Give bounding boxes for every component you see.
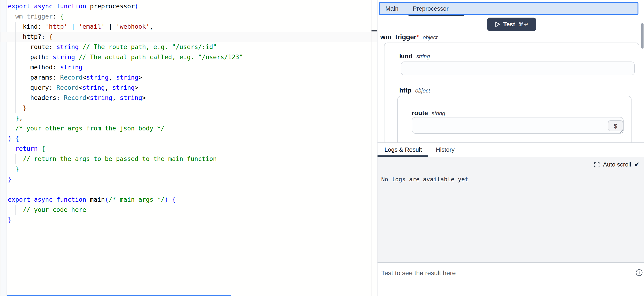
route-field-header: route string (412, 109, 445, 116)
code-line[interactable]: kind: 'http' | 'email' | 'webhook', (8, 22, 243, 32)
code-line[interactable]: // your code here (8, 205, 243, 215)
dollar-label: $ (614, 122, 617, 129)
code-line[interactable]: return { (8, 144, 243, 154)
code-line[interactable]: } (8, 103, 243, 113)
tab-main[interactable]: Main (386, 5, 398, 12)
field-type-route: string (432, 110, 445, 116)
editor-gutter (1, 0, 7, 296)
code-line[interactable]: route: string // The route path, e.g. "/… (8, 42, 243, 52)
code-line[interactable]: query: Record<string, string> (8, 83, 243, 93)
http-object-panel: route string $ path string (398, 96, 632, 142)
code-line[interactable] (8, 184, 243, 195)
active-tab-underline (408, 14, 464, 16)
code-line[interactable]: headers: Record<string, string> (8, 93, 243, 103)
wm-trigger-field-header: wm_trigger* object (380, 33, 438, 41)
field-type-http: object (415, 88, 430, 94)
field-type-kind: string (416, 53, 430, 60)
auto-scroll-control[interactable]: Auto scroll ✔ (594, 161, 639, 168)
route-input[interactable]: $ (412, 117, 624, 134)
test-button[interactable]: Test ⌘↵ (487, 18, 536, 31)
wm-trigger-object-panel: kind string http object route string $ (384, 42, 639, 142)
code-line[interactable]: } (8, 174, 243, 184)
play-icon (495, 21, 500, 27)
code-lines[interactable]: export async function preprocessor( wm_t… (8, 2, 243, 225)
code-line[interactable]: export async function main(/* main args … (8, 195, 243, 205)
field-name-kind: kind (399, 52, 413, 60)
info-icon[interactable] (636, 269, 642, 276)
tab-history[interactable]: History (436, 146, 454, 153)
tab-preprocessor[interactable]: Preprocessor (413, 5, 448, 12)
code-editor-pane[interactable]: export async function preprocessor( wm_t… (0, 0, 378, 296)
http-field-header: http object (399, 86, 430, 94)
code-line[interactable]: } (8, 215, 243, 225)
overview-ruler-cursor-mark (372, 30, 377, 32)
required-asterisk: * (416, 33, 419, 41)
auto-scroll-label: Auto scroll (603, 161, 631, 168)
function-tabbar: Main Preprocessor (379, 2, 638, 15)
code-line[interactable]: path: string // The actual path called, … (8, 52, 243, 62)
resize-grip-icon[interactable] (619, 130, 623, 134)
test-button-shortcut: ⌘↵ (518, 21, 528, 28)
code-line[interactable]: // return the args to be passed to the m… (8, 154, 243, 164)
code-line[interactable]: } (8, 164, 243, 174)
auto-scroll-checkmark[interactable]: ✔ (634, 161, 639, 168)
code-line[interactable]: }, (8, 113, 243, 124)
tab-logs-result[interactable]: Logs & Result (384, 146, 422, 153)
logs-result-section: Logs & Result History Auto scroll ✔ No l… (378, 142, 644, 296)
no-logs-message: No logs are available yet (381, 176, 468, 183)
code-line[interactable]: /* your other args from the json body */ (8, 124, 243, 134)
result-placeholder-text: Test to see the result here (381, 269, 456, 276)
kind-field-header: kind string (399, 52, 430, 60)
test-button-label: Test (503, 21, 515, 28)
result-area: Test to see the result here (378, 262, 644, 296)
field-name-route: route (412, 109, 428, 116)
windmill-script-editor: export async function preprocessor( wm_t… (0, 0, 644, 296)
field-name-http: http (399, 86, 412, 94)
kind-input[interactable] (401, 62, 635, 76)
editor-bottom-scrollbar[interactable] (7, 294, 231, 296)
overview-ruler-border (371, 0, 372, 296)
code-line[interactable]: method: string (8, 62, 243, 72)
logs-area: Auto scroll ✔ No logs are available yet (378, 157, 644, 262)
test-args-section: Main Preprocessor Test ⌘↵ wm_trigger* ob… (378, 0, 644, 142)
code-line[interactable]: http?: { (8, 32, 243, 42)
code-line[interactable]: wm_trigger: { (8, 12, 243, 22)
code-line[interactable]: params: Record<string, string> (8, 72, 243, 83)
code-line[interactable]: export async function preprocessor( (8, 2, 243, 12)
expand-icon[interactable] (594, 162, 600, 167)
field-type-wm-trigger: object (422, 34, 438, 41)
right-panel-scrollbar-thumb[interactable] (641, 23, 644, 48)
code-line[interactable]: ) { (8, 134, 243, 144)
field-name-wm-trigger: wm_trigger (380, 33, 416, 41)
